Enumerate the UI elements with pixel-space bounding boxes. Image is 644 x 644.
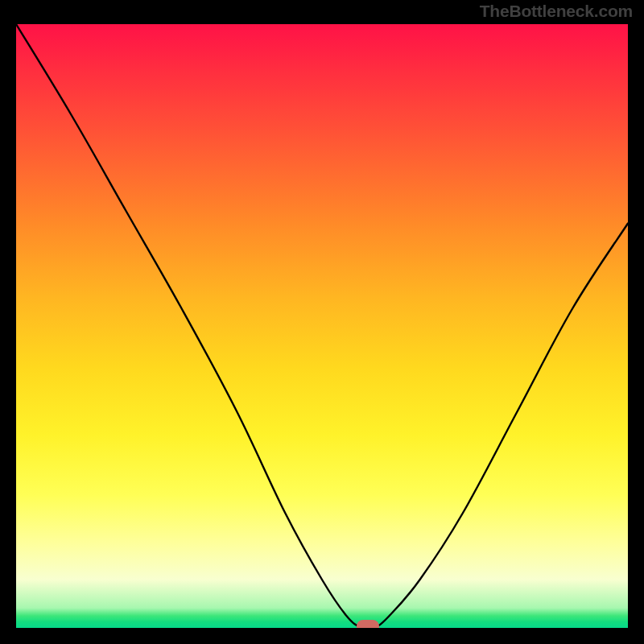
optimal-point-marker (357, 620, 379, 628)
plot-area (16, 24, 628, 628)
bottleneck-curve (16, 24, 628, 628)
chart-frame: TheBottleneck.com (0, 0, 644, 644)
attribution-text: TheBottleneck.com (480, 2, 633, 21)
